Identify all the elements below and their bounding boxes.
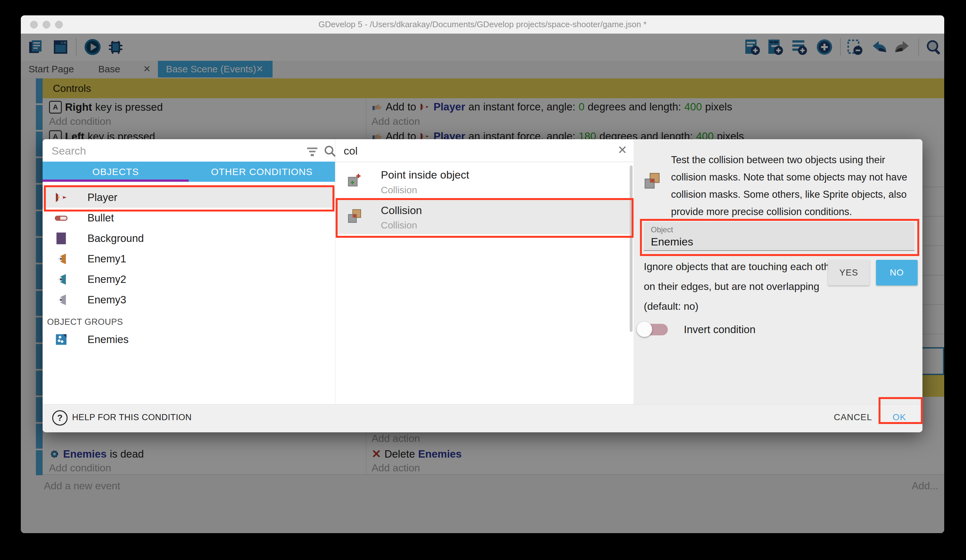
tab-other-conditions[interactable]: OTHER CONDITIONS [189,162,335,182]
object-item-enemy1[interactable]: Enemy1 [43,249,335,269]
enemy1-ship-icon [54,252,68,266]
collision-icon [642,171,662,191]
object-item-background[interactable]: Background [43,228,335,249]
search-magnifier-icon[interactable] [322,144,337,159]
collision-icon [346,208,363,225]
condition-item-collision[interactable]: Collision Collision [335,200,634,234]
object-field-label: Object [651,225,673,234]
enemies-group-icon [54,332,68,347]
condition-dialog: OBJECTS OTHER CONDITIONS Player Bullet B… [43,139,922,432]
object-name: Enemy2 [87,269,126,290]
object-groups-section-label: OBJECT GROUPS [47,317,123,327]
no-button[interactable]: NO [876,260,918,285]
object-item-enemy2[interactable]: Enemy2 [43,269,335,290]
object-name: Bullet [87,208,114,228]
tab-objects[interactable]: OBJECTS [43,162,189,182]
macos-titlebar: GDevelop 5 - /Users/dkarakay/Documents/G… [21,15,944,34]
condition-subtitle: Collision [381,185,417,195]
group-name: Enemies [87,329,128,350]
conditions-scrollbar[interactable] [630,165,632,332]
divider [335,162,634,162]
filter-icon[interactable] [306,147,319,158]
object-item-bullet[interactable]: Bullet [43,208,335,228]
bullet-icon [54,211,68,225]
cancel-button[interactable]: CANCEL [827,408,879,426]
help-icon[interactable]: ? [52,410,67,426]
condition-title: Point inside object [381,169,469,181]
window-title: GDevelop 5 - /Users/dkarakay/Documents/G… [21,15,944,34]
object-name: Player [87,187,118,208]
ok-button[interactable]: OK [881,408,918,426]
condition-title: Collision [381,204,422,217]
app-window: GDevelop 5 - /Users/dkarakay/Documents/G… [21,15,944,533]
dialog-footer: ? HELP FOR THIS CONDITION CANCEL OK [43,404,922,432]
background-icon [54,231,68,246]
player-ship-icon [54,190,68,205]
condition-description: Test the collision between two objects u… [671,151,917,221]
enemy3-ship-icon [54,293,68,307]
object-field[interactable]: Object Enemies [644,222,914,251]
ignore-edges-label: Ignore objects that are touching each ot… [644,261,838,273]
point-inside-object-icon [346,172,363,188]
object-item-player[interactable]: Player [43,187,335,208]
condition-subtitle: Collision [381,220,417,231]
active-tab-indicator [43,180,189,182]
help-for-condition-link[interactable]: HELP FOR THIS CONDITION [72,409,192,426]
invert-condition-label: Invert condition [684,322,756,337]
dialog-tabbar: OBJECTS OTHER CONDITIONS [43,162,335,182]
ignore-edges-label: on their edges, but are not overlapping [644,281,819,293]
toggle-knob[interactable] [637,322,652,337]
clear-search-icon[interactable]: ✕ [615,142,629,159]
condition-item-point-inside[interactable]: Point inside object Collision [335,165,634,200]
object-name: Background [87,228,144,249]
yes-button[interactable]: YES [828,260,870,285]
search-input[interactable] [51,143,283,159]
object-item-enemy3[interactable]: Enemy3 [43,290,335,310]
enemy2-ship-icon [54,272,68,287]
ignore-edges-label: (default: no) [644,300,698,312]
object-field-value: Enemies [651,236,693,248]
object-name: Enemy1 [87,249,126,269]
condition-search-input[interactable] [343,143,568,159]
object-name: Enemy3 [87,290,126,310]
group-item-enemies[interactable]: Enemies [43,329,335,350]
